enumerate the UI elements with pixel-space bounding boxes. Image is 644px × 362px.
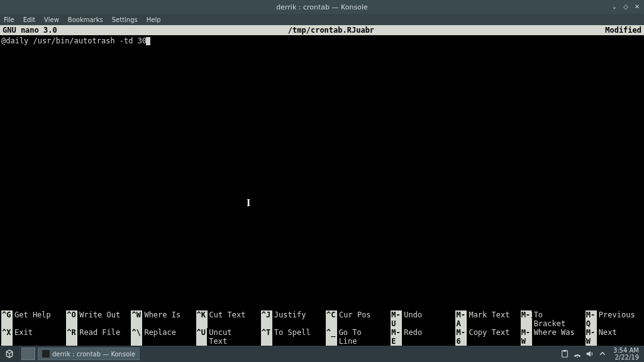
shortcut-desc: Redo bbox=[402, 328, 422, 346]
maximize-button[interactable]: ◇ bbox=[621, 2, 630, 11]
nano-shortcut: ^RRead File bbox=[66, 328, 123, 346]
nano-shortcut: ^XExit bbox=[1, 328, 58, 346]
nano-shortcut: ^JJustify bbox=[261, 310, 318, 328]
nano-shortcut: M-WNext bbox=[586, 328, 643, 346]
shortcut-key: M-Q bbox=[586, 310, 597, 328]
nano-shortcut: M-UUndo bbox=[391, 310, 448, 328]
shortcut-key: M-W bbox=[586, 328, 597, 346]
shortcut-key: ^W bbox=[131, 310, 142, 328]
shortcut-desc: Cur Pos bbox=[337, 310, 371, 328]
shortcut-key: ^J bbox=[261, 310, 272, 328]
nano-footer-shortcuts: ^GGet Help^OWrite Out^WWhere Is^KCut Tex… bbox=[0, 310, 644, 346]
menu-help[interactable]: Help bbox=[147, 16, 161, 23]
shortcut-key: ^U bbox=[196, 328, 208, 346]
menu-view[interactable]: View bbox=[44, 16, 59, 23]
minimize-button[interactable]: ⌄ bbox=[610, 2, 619, 11]
shortcut-key: ^T bbox=[261, 328, 272, 346]
menu-edit[interactable]: Edit bbox=[23, 16, 35, 23]
shortcut-desc: To Bracket bbox=[532, 310, 578, 328]
shortcut-key: ^G bbox=[1, 310, 13, 328]
shortcut-desc: Exit bbox=[13, 328, 33, 346]
shortcut-key: ^\ bbox=[131, 328, 142, 346]
shortcut-desc: Copy Text bbox=[467, 328, 509, 346]
shortcut-key: ^K bbox=[196, 310, 208, 328]
nano-shortcut: ^WWhere Is bbox=[131, 310, 188, 328]
nano-filename: /tmp/crontab.RJuabr bbox=[57, 26, 606, 35]
shortcut-key: ^O bbox=[66, 310, 77, 328]
nano-shortcut: ^CCur Pos bbox=[326, 310, 383, 328]
menu-file[interactable]: File bbox=[4, 16, 14, 23]
shortcut-desc: Justify bbox=[272, 310, 306, 328]
menu-bookmarks[interactable]: Bookmarks bbox=[68, 16, 103, 23]
nano-shortcut: M-ERedo bbox=[391, 328, 448, 346]
shortcut-desc: Go To Line bbox=[337, 328, 384, 346]
shortcut-desc: To Spell bbox=[272, 328, 311, 346]
nano-shortcut: ^UUncut Text bbox=[196, 328, 253, 346]
shortcut-key: M-W bbox=[521, 328, 532, 346]
taskbar-entry-label: derrik : crontab — Konsole bbox=[52, 351, 135, 358]
svg-rect-1 bbox=[563, 350, 566, 352]
taskbar-entry-konsole[interactable]: derrik : crontab — Konsole bbox=[38, 348, 140, 360]
nano-shortcut: ^_Go To Line bbox=[326, 328, 383, 346]
tray-volume-icon[interactable] bbox=[586, 349, 594, 358]
shortcut-desc: Next bbox=[597, 328, 617, 346]
nano-shortcut: ^\Replace bbox=[131, 328, 188, 346]
mouse-text-cursor-icon: I bbox=[247, 197, 250, 209]
shortcut-desc: Previous bbox=[597, 310, 635, 328]
window-title: derrik : crontab — Konsole bbox=[276, 3, 367, 11]
clock-time: 3:54 AM bbox=[613, 347, 639, 354]
nano-status: Modified bbox=[605, 26, 644, 35]
terminal-area[interactable]: GNU nano 3.0 /tmp/crontab.RJuabr Modifie… bbox=[0, 25, 644, 346]
tray-clipboard-icon[interactable] bbox=[560, 349, 569, 358]
nano-editor-content[interactable]: @daily /usr/bin/autotrash -td 30 bbox=[0, 35, 644, 45]
nano-shortcut: ^GGet Help bbox=[1, 310, 58, 328]
shortcut-key: ^X bbox=[1, 328, 13, 346]
shortcut-desc: Where Is bbox=[142, 310, 180, 328]
file-content-line: @daily /usr/bin/autotrash -td 30 bbox=[1, 36, 147, 45]
menu-settings[interactable]: Settings bbox=[112, 16, 138, 23]
close-button[interactable]: ✕ bbox=[633, 2, 641, 11]
taskbar-clock[interactable]: 3:54 AM 2/22/19 bbox=[613, 347, 639, 361]
nano-version: GNU nano 3.0 bbox=[0, 26, 57, 35]
shortcut-key: M-E bbox=[391, 328, 402, 346]
start-menu-button[interactable] bbox=[0, 346, 19, 362]
shortcut-key: M-] bbox=[521, 310, 532, 328]
nano-shortcut: M-6Copy Text bbox=[455, 328, 513, 346]
shortcut-desc: Get Help bbox=[13, 310, 51, 328]
nano-shortcut: M-AMark Text bbox=[455, 310, 513, 328]
shortcut-desc: Uncut Text bbox=[207, 328, 253, 346]
tray-network-icon[interactable] bbox=[573, 349, 582, 358]
shortcut-desc: Mark Text bbox=[467, 310, 509, 328]
shortcut-key: M-A bbox=[455, 310, 467, 328]
nano-shortcut: ^OWrite Out bbox=[66, 310, 123, 328]
shortcut-key: ^R bbox=[66, 328, 77, 346]
window-titlebar: derrik : crontab — Konsole ⌄ ◇ ✕ bbox=[0, 0, 644, 14]
shortcut-desc: Cut Text bbox=[208, 310, 246, 328]
desktop-pager[interactable] bbox=[21, 348, 35, 360]
nano-shortcut: M-]To Bracket bbox=[521, 310, 578, 328]
nano-shortcut: M-QPrevious bbox=[586, 310, 643, 328]
shortcut-desc: Where Was bbox=[532, 328, 575, 346]
shortcut-desc: Undo bbox=[402, 310, 422, 328]
shortcut-key: M-6 bbox=[455, 328, 467, 346]
menu-bar: File Edit View Bookmarks Settings Help bbox=[0, 14, 644, 25]
tray-chevron-up-icon[interactable] bbox=[598, 349, 607, 358]
shortcut-key: ^C bbox=[326, 310, 337, 328]
kde-logo-icon bbox=[4, 349, 14, 359]
konsole-icon bbox=[42, 350, 50, 358]
nano-shortcut: ^TTo Spell bbox=[261, 328, 318, 346]
nano-shortcut: M-WWhere Was bbox=[521, 328, 578, 346]
shortcut-key: ^_ bbox=[326, 328, 337, 346]
nano-shortcut: ^KCut Text bbox=[196, 310, 253, 328]
taskbar: derrik : crontab — Konsole 3:54 AM 2/22/… bbox=[0, 346, 644, 362]
nano-header-bar: GNU nano 3.0 /tmp/crontab.RJuabr Modifie… bbox=[0, 25, 644, 35]
shortcut-desc: Replace bbox=[142, 328, 176, 346]
clock-date: 2/22/19 bbox=[613, 354, 639, 361]
shortcut-key: M-U bbox=[391, 310, 402, 328]
shortcut-desc: Write Out bbox=[77, 310, 120, 328]
text-cursor-block bbox=[146, 37, 150, 45]
shortcut-desc: Read File bbox=[77, 328, 120, 346]
